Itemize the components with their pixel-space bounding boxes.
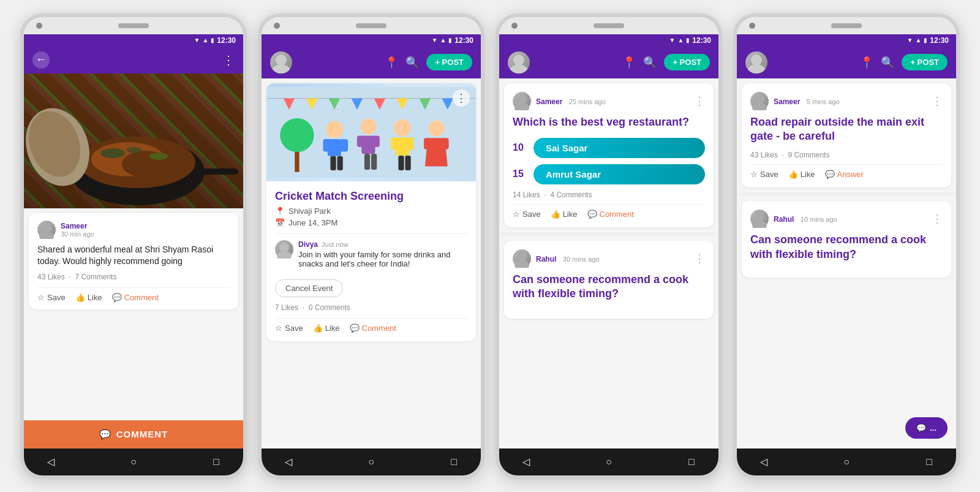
event-stats: 7 Likes · 0 Comments — [275, 303, 350, 312]
svg-point-11 — [42, 223, 51, 233]
svg-rect-28 — [340, 139, 348, 151]
status-bar-3: ▼ ▲ ▮ 12:30 — [499, 34, 718, 47]
nav-home-1[interactable]: ○ — [125, 453, 142, 471]
header-avatar-3 — [508, 51, 530, 74]
svg-point-25 — [326, 121, 343, 138]
poll-save-button[interactable]: ☆ Save — [513, 210, 541, 219]
post-card-body-1: Sameer 30 min ago Shared a wonderful mea… — [29, 213, 238, 309]
road-save-button[interactable]: ☆ Save — [750, 170, 778, 179]
comment-button-1[interactable]: 💬 Comment — [112, 293, 159, 302]
svg-rect-36 — [371, 154, 377, 170]
poll-likes: 14 Likes — [513, 191, 540, 199]
commenter-svg — [275, 240, 293, 259]
nav-back-4[interactable]: ◁ — [755, 453, 772, 471]
battery-icon-4: ▮ — [924, 37, 927, 44]
search-icon-3[interactable]: 🔍 — [643, 56, 657, 69]
avatar-svg-1 — [37, 221, 56, 239]
nav-home-4[interactable]: ○ — [838, 453, 855, 471]
svg-rect-39 — [391, 137, 399, 149]
poll-label-1[interactable]: Sai Sagar — [533, 138, 705, 158]
poll-comment-button[interactable]: 💬 Comment — [587, 210, 634, 219]
back-button[interactable]: ← — [32, 51, 50, 69]
food-svg — [24, 74, 243, 208]
poll-avatar — [513, 92, 531, 110]
event-comment-icon: 💬 — [350, 324, 360, 333]
comment-bar-label: COMMENT — [116, 429, 168, 439]
event-more-button[interactable]: ⋮ — [453, 89, 470, 107]
post-time-1: 30 min ago — [61, 230, 94, 238]
event-comment: Divya Just now Join in with your family … — [275, 233, 467, 268]
like-button-1[interactable]: 👍 Like — [75, 293, 102, 302]
second-post-card-3: Rahul 30 mins ago ⋮ Can someone recommen… — [504, 241, 714, 319]
like-label-1: Like — [88, 293, 102, 302]
nav-recent-4[interactable]: □ — [921, 453, 938, 471]
nav-back-2[interactable]: ◁ — [280, 453, 297, 471]
save-button-1[interactable]: ☆ Save — [37, 293, 66, 302]
nav-back-3[interactable]: ◁ — [518, 453, 535, 471]
search-icon-4[interactable]: 🔍 — [881, 56, 894, 69]
svg-rect-41 — [398, 155, 404, 170]
road-post-author: Sameer — [774, 97, 800, 106]
post-button-2[interactable]: + POST — [426, 54, 472, 70]
status-bar-1: ▼ ▲ ▮ 12:30 — [24, 34, 243, 47]
event-comment-author: Divya — [298, 240, 318, 249]
second-avatar-svg-3 — [513, 249, 531, 268]
header-icons-3: 📍 🔍 + POST — [622, 54, 710, 70]
phone-top-4 — [737, 17, 956, 34]
svg-rect-27 — [323, 139, 331, 151]
event-save-button[interactable]: ☆ Save — [275, 324, 303, 333]
poll-option-2: 15 Amrut Sagar — [513, 164, 705, 184]
event-comment-label: Comment — [362, 324, 396, 333]
event-like-label: Like — [325, 324, 340, 333]
poll-more-button[interactable]: ⋮ — [694, 94, 705, 108]
nav-recent-1[interactable]: □ — [208, 453, 225, 471]
nav-recent-2[interactable]: □ — [445, 453, 462, 471]
header-avatar-4 — [745, 51, 767, 74]
event-save-label: Save — [285, 324, 303, 333]
road-answer-button[interactable]: 💬 Answer — [825, 170, 864, 179]
phone-3: ▼ ▲ ▮ 12:30 📍 🔍 + POST — [496, 13, 722, 479]
poll-label-2[interactable]: Amrut Sagar — [533, 164, 705, 184]
comment-bar-icon: 💬 — [99, 429, 111, 440]
food-image — [24, 74, 243, 208]
search-icon-2[interactable]: 🔍 — [405, 56, 419, 69]
poll-count-2: 15 — [513, 168, 527, 180]
wifi-icon: ▼ — [194, 37, 200, 44]
comment-icon-1: 💬 — [112, 293, 122, 302]
poll-like-button[interactable]: 👍 Like — [551, 210, 578, 219]
poll-like-icon: 👍 — [551, 210, 560, 219]
second-post-more-4[interactable]: ⋮ — [932, 212, 943, 225]
cancel-event-button[interactable]: Cancel Event — [275, 279, 343, 297]
float-action-button[interactable]: 💬 ... — [905, 417, 948, 439]
avatar-svg-2 — [270, 51, 292, 74]
post-button-3[interactable]: + POST — [664, 54, 710, 70]
post-button-4[interactable]: + POST — [902, 54, 948, 70]
event-date-text: June 14, 3PM — [288, 218, 337, 227]
event-like-button[interactable]: 👍 Like — [313, 324, 340, 333]
location-icon-4[interactable]: 📍 — [860, 56, 873, 69]
comment-bar-button[interactable]: 💬 COMMENT — [24, 420, 243, 448]
road-post-more[interactable]: ⋮ — [932, 94, 943, 108]
post-likes-1: 43 Likes — [37, 273, 65, 281]
road-like-button[interactable]: 👍 Like — [788, 170, 815, 179]
more-button-1[interactable]: ⋮ — [222, 53, 235, 67]
event-location-text: Shivaji Park — [288, 206, 331, 216]
nav-recent-3[interactable]: □ — [683, 453, 700, 471]
post-comments-1: 7 Comments — [75, 273, 116, 281]
location-icon-3[interactable]: 📍 — [622, 56, 636, 69]
road-post-stats: 43 Likes · 9 Comments — [750, 151, 943, 159]
location-icon-2[interactable]: 📍 — [385, 56, 398, 69]
second-avatar-svg-4 — [750, 210, 769, 228]
phone-speaker-1 — [118, 23, 149, 28]
svg-point-60 — [755, 212, 764, 222]
header-avatar-2 — [270, 51, 292, 74]
nav-home-3[interactable]: ○ — [600, 453, 617, 471]
poll-comment-label: Comment — [600, 210, 634, 219]
svg-point-48 — [279, 243, 289, 252]
nav-home-2[interactable]: ○ — [363, 453, 380, 471]
nav-back-1[interactable]: ◁ — [42, 453, 59, 471]
event-comment-button[interactable]: 💬 Comment — [350, 324, 396, 333]
road-post-text: Road repair outside the main exit gate -… — [750, 115, 943, 144]
second-post-more-3[interactable]: ⋮ — [694, 252, 705, 265]
event-actions: ☆ Save 👍 Like 💬 Comment — [275, 318, 467, 333]
